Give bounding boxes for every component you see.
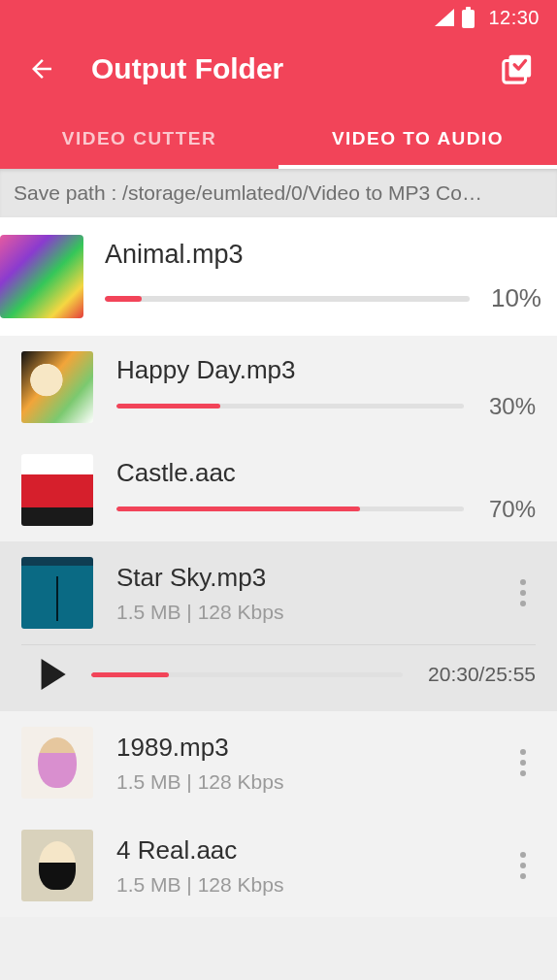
svg-rect-1 bbox=[466, 7, 471, 11]
progress-percent: 10% bbox=[487, 283, 541, 313]
album-art bbox=[21, 351, 93, 423]
page-title: Output Folder bbox=[91, 52, 466, 85]
featured-item[interactable]: Animal.mp3 10% bbox=[0, 217, 557, 336]
clock-text: 12:30 bbox=[488, 7, 540, 29]
progress-bar bbox=[116, 506, 464, 511]
battery-icon bbox=[462, 7, 475, 28]
track-name: Happy Day.mp3 bbox=[116, 355, 536, 385]
play-icon[interactable] bbox=[39, 659, 66, 690]
progress-percent: 30% bbox=[481, 393, 536, 420]
track-meta: 1.5 MB | 128 Kbps bbox=[116, 873, 487, 897]
track-name: Star Sky.mp3 bbox=[116, 563, 487, 593]
album-art bbox=[21, 830, 93, 901]
svg-rect-0 bbox=[462, 10, 475, 28]
track-list: Happy Day.mp3 30% Castle.aac 70% Star Sk… bbox=[0, 336, 557, 917]
list-item[interactable]: Castle.aac 70% bbox=[0, 439, 557, 541]
album-art bbox=[21, 454, 93, 526]
list-item-selected: Star Sky.mp3 1.5 MB | 128 Kbps 20:30/25:… bbox=[0, 541, 557, 711]
track-name: 1989.mp3 bbox=[116, 733, 487, 763]
album-art bbox=[21, 727, 93, 799]
track-name: Castle.aac bbox=[116, 458, 536, 488]
progress-percent: 70% bbox=[481, 496, 536, 523]
select-all-icon[interactable] bbox=[501, 52, 534, 85]
track-meta: 1.5 MB | 128 Kbps bbox=[116, 601, 487, 624]
player-controls: 20:30/25:55 bbox=[0, 645, 557, 711]
list-item[interactable]: 4 Real.aac 1.5 MB | 128 Kbps bbox=[0, 814, 557, 917]
track-meta: 1.5 MB | 128 Kbps bbox=[116, 770, 487, 794]
more-icon[interactable] bbox=[510, 743, 536, 782]
time-label: 20:30/25:55 bbox=[428, 663, 536, 686]
list-item[interactable]: Star Sky.mp3 1.5 MB | 128 Kbps bbox=[0, 541, 557, 644]
list-item[interactable]: Happy Day.mp3 30% bbox=[0, 336, 557, 439]
progress-bar bbox=[116, 404, 464, 408]
status-bar: 12:30 bbox=[0, 0, 557, 35]
track-name: Animal.mp3 bbox=[105, 240, 541, 270]
album-art bbox=[21, 557, 93, 629]
progress-bar bbox=[105, 296, 470, 302]
save-path-text: Save path : /storage/eumlated/0/Video to… bbox=[0, 169, 557, 217]
list-item[interactable]: 1989.mp3 1.5 MB | 128 Kbps bbox=[0, 711, 557, 814]
playback-bar[interactable] bbox=[91, 672, 403, 677]
tab-bar: VIDEO CUTTER VIDEO TO AUDIO bbox=[0, 111, 557, 169]
app-header: 12:30 Output Folder VIDEO CUTTER VIDEO T… bbox=[0, 0, 557, 169]
tab-video-to-audio[interactable]: VIDEO TO AUDIO bbox=[278, 111, 557, 169]
tab-video-cutter[interactable]: VIDEO CUTTER bbox=[0, 111, 278, 169]
album-art bbox=[0, 235, 83, 318]
more-icon[interactable] bbox=[510, 846, 536, 885]
more-icon[interactable] bbox=[510, 573, 536, 612]
back-icon[interactable] bbox=[27, 54, 56, 83]
signal-icon bbox=[435, 9, 454, 26]
track-name: 4 Real.aac bbox=[116, 835, 487, 866]
